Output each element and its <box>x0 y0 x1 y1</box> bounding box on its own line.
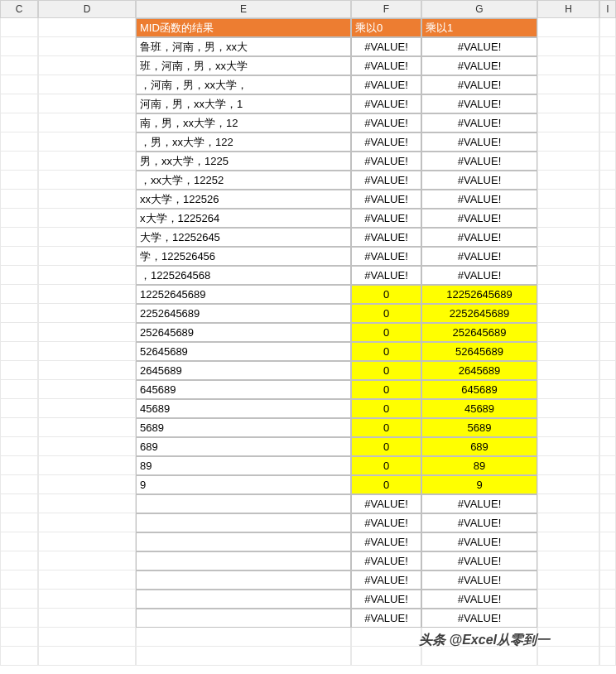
cell-multiply-zero[interactable]: 0 <box>351 437 421 456</box>
cell-empty[interactable] <box>38 171 136 190</box>
cell-multiply-zero[interactable]: #VALUE! <box>351 609 421 628</box>
cell-multiply-zero[interactable]: #VALUE! <box>351 570 421 590</box>
cell-empty[interactable] <box>599 266 616 285</box>
cell-empty[interactable] <box>599 56 616 75</box>
cell-empty[interactable] <box>599 494 616 513</box>
cell-multiply-zero[interactable]: #VALUE! <box>351 590 421 609</box>
cell-empty[interactable] <box>38 399 136 418</box>
cell-multiply-zero[interactable]: #VALUE! <box>351 266 421 285</box>
cell-empty[interactable] <box>38 551 136 570</box>
cell-empty[interactable] <box>599 209 616 228</box>
cell-mid-result[interactable]: 2252645689 <box>136 304 351 323</box>
cell-empty[interactable] <box>0 570 38 590</box>
cell-empty[interactable] <box>38 475 136 494</box>
cell-empty[interactable] <box>0 75 38 94</box>
cell-empty[interactable] <box>537 418 599 437</box>
cell-mid-result[interactable] <box>136 609 351 628</box>
cell-empty[interactable] <box>599 609 616 628</box>
cell-empty[interactable] <box>0 494 38 513</box>
cell-empty[interactable] <box>0 304 38 323</box>
cell-empty[interactable] <box>0 228 38 247</box>
cell-multiply-zero[interactable]: 0 <box>351 380 421 399</box>
cell-multiply-zero[interactable]: #VALUE! <box>351 247 421 266</box>
cell-empty[interactable] <box>599 418 616 437</box>
cell-empty[interactable] <box>537 399 599 418</box>
cell-empty[interactable] <box>599 570 616 590</box>
cell-empty[interactable] <box>537 380 599 399</box>
cell-empty[interactable] <box>599 437 616 456</box>
cell-multiply-zero[interactable]: 0 <box>351 399 421 418</box>
cell-empty[interactable] <box>38 304 136 323</box>
spreadsheet-grid[interactable]: C D E F G H I MID函数的结果 乘以0 乘以1 鲁班，河南，男，x… <box>0 0 616 666</box>
col-header-i[interactable]: I <box>599 0 616 18</box>
cell-empty[interactable] <box>599 532 616 551</box>
cell-empty[interactable] <box>599 132 616 152</box>
cell-multiply-zero[interactable]: #VALUE! <box>351 56 421 75</box>
header-multiply-one[interactable]: 乘以1 <box>421 18 537 37</box>
cell-empty[interactable] <box>38 190 136 209</box>
cell-empty[interactable] <box>38 437 136 456</box>
cell-empty[interactable] <box>537 551 599 570</box>
cell-multiply-one[interactable]: 52645689 <box>421 342 537 361</box>
cell-empty[interactable] <box>0 456 38 475</box>
cell-empty[interactable] <box>421 647 537 666</box>
cell-mid-result[interactable]: ，河南，男，xx大学， <box>136 75 351 94</box>
cell-mid-result[interactable]: 52645689 <box>136 342 351 361</box>
cell-empty[interactable] <box>351 628 421 647</box>
cell-empty[interactable] <box>537 342 599 361</box>
cell-mid-result[interactable]: 689 <box>136 437 351 456</box>
cell-empty[interactable] <box>0 647 38 666</box>
cell-multiply-one[interactable]: #VALUE! <box>421 37 537 56</box>
cell-empty[interactable] <box>0 475 38 494</box>
cell-empty[interactable] <box>0 399 38 418</box>
cell-empty[interactable] <box>537 152 599 171</box>
cell-mid-result[interactable]: 252645689 <box>136 323 351 342</box>
cell-empty[interactable] <box>0 94 38 113</box>
cell-empty[interactable] <box>537 209 599 228</box>
cell-multiply-one[interactable]: #VALUE! <box>421 532 537 551</box>
cell-empty[interactable] <box>537 590 599 609</box>
cell-empty[interactable] <box>38 56 136 75</box>
cell-empty[interactable] <box>537 456 599 475</box>
cell-empty[interactable] <box>38 570 136 590</box>
cell-mid-result[interactable] <box>136 532 351 551</box>
col-header-g[interactable]: G <box>421 0 537 18</box>
cell-multiply-one[interactable]: #VALUE! <box>421 75 537 94</box>
cell-mid-result[interactable]: 89 <box>136 456 351 475</box>
cell-multiply-one[interactable]: #VALUE! <box>421 228 537 247</box>
cell-empty[interactable] <box>599 228 616 247</box>
cell-mid-result[interactable]: 男，xx大学，1225 <box>136 152 351 171</box>
col-header-f[interactable]: F <box>351 0 421 18</box>
cell-empty[interactable] <box>599 513 616 532</box>
col-header-h[interactable]: H <box>537 0 599 18</box>
cell-empty[interactable] <box>38 418 136 437</box>
cell-multiply-one[interactable]: 89 <box>421 456 537 475</box>
cell-empty[interactable] <box>38 628 136 647</box>
cell-multiply-one[interactable]: 12252645689 <box>421 285 537 304</box>
cell-multiply-one[interactable]: 9 <box>421 475 537 494</box>
cell-multiply-one[interactable]: 2645689 <box>421 361 537 380</box>
cell-empty[interactable] <box>599 18 616 37</box>
cell-multiply-one[interactable]: #VALUE! <box>421 171 537 190</box>
cell-empty[interactable] <box>38 532 136 551</box>
cell-empty[interactable] <box>599 475 616 494</box>
cell-empty[interactable] <box>537 171 599 190</box>
cell-mid-result[interactable]: 大学，12252645 <box>136 228 351 247</box>
cell-multiply-one[interactable]: 45689 <box>421 399 537 418</box>
cell-empty[interactable] <box>0 323 38 342</box>
cell-empty[interactable] <box>38 247 136 266</box>
cell-empty[interactable] <box>537 304 599 323</box>
cell-empty[interactable] <box>537 132 599 152</box>
cell-empty[interactable] <box>38 266 136 285</box>
cell-empty[interactable] <box>0 209 38 228</box>
cell-empty[interactable] <box>599 456 616 475</box>
cell-empty[interactable] <box>0 37 38 56</box>
cell-multiply-zero[interactable]: 0 <box>351 475 421 494</box>
cell-mid-result[interactable]: 学，122526456 <box>136 247 351 266</box>
cell-empty[interactable] <box>0 152 38 171</box>
cell-empty[interactable] <box>0 609 38 628</box>
cell-empty[interactable] <box>537 247 599 266</box>
cell-empty[interactable] <box>0 247 38 266</box>
cell-empty[interactable] <box>537 228 599 247</box>
cell-mid-result[interactable]: ，1225264568 <box>136 266 351 285</box>
